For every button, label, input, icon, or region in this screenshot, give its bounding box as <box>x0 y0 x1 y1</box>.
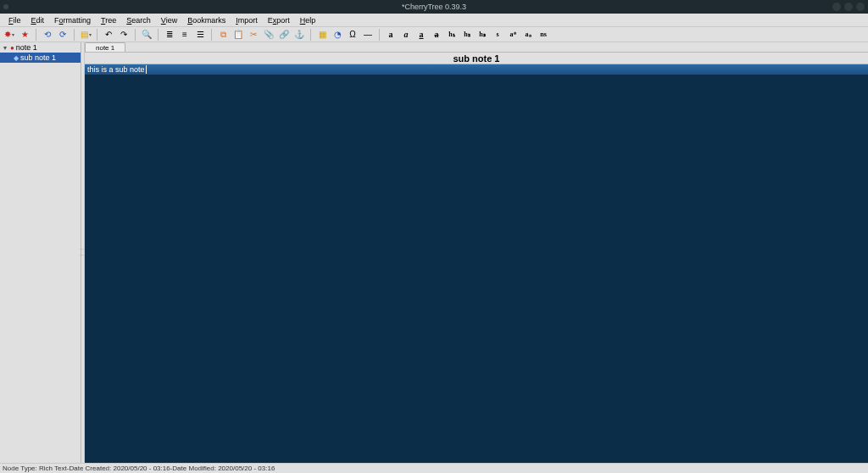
close-button[interactable] <box>856 3 865 11</box>
toolbar-separator <box>135 29 136 41</box>
tab-label: note 1 <box>96 44 114 52</box>
timestamp-button[interactable]: ◔ <box>331 29 343 41</box>
tree-node-label: sub note 1 <box>20 53 56 62</box>
monospace-button[interactable]: ns <box>537 29 549 41</box>
special-char-button[interactable]: Ω <box>347 29 359 41</box>
minimize-button[interactable] <box>832 3 841 11</box>
hr-button[interactable]: ― <box>362 29 374 41</box>
list-bulleted-button[interactable]: ≣ <box>164 29 175 41</box>
menu-tree[interactable]: Tree <box>96 15 121 25</box>
superscript-button[interactable]: aᵃ <box>507 29 519 41</box>
menu-help[interactable]: Help <box>295 15 321 25</box>
back-button[interactable]: ⟲ <box>42 29 53 41</box>
status-modified-label: Date Modified: <box>172 465 216 472</box>
toolbar-separator <box>379 29 380 41</box>
save-button[interactable]: ▤ <box>80 29 92 41</box>
link-button[interactable]: 🔗 <box>278 29 290 41</box>
h3-button[interactable]: h₃ <box>476 29 488 41</box>
toolbar-separator <box>211 29 212 41</box>
list-numbered-button[interactable]: ≡ <box>179 29 191 41</box>
subscript-button[interactable]: aₐ <box>522 29 534 41</box>
anchor-button[interactable]: ⚓ <box>293 29 305 41</box>
node-icon: ◆ <box>14 54 19 62</box>
forward-button[interactable]: ⟳ <box>57 29 69 41</box>
maximize-button[interactable] <box>844 3 853 11</box>
workspace: ▼ ● note 1 ◆ sub note 1 ⋮⋮ note 1 sub no… <box>0 42 868 463</box>
search-icon[interactable]: 🔍 <box>141 29 153 41</box>
status-nodetype: Rich Text <box>39 465 67 472</box>
node-icon: ● <box>10 44 14 52</box>
tab-note1[interactable]: note 1 <box>85 42 125 52</box>
menu-import[interactable]: Import <box>231 15 263 25</box>
menu-edit[interactable]: Edit <box>26 15 50 25</box>
toolbar-separator <box>74 29 75 41</box>
new-node-button[interactable]: ✸ <box>3 29 15 41</box>
window-titlebar: *CherryTree 0.39.3 <box>0 0 868 14</box>
menu-file[interactable]: File <box>3 15 26 25</box>
underline-button[interactable]: a <box>415 29 427 41</box>
tree-twisty-icon[interactable]: ▼ <box>2 45 8 51</box>
list-todo-button[interactable]: ☰ <box>194 29 206 41</box>
toolbar: ✸ ★ ⟲ ⟳ ▤ ↶ ↷ 🔍 ≣ ≡ ☰ ⧉ 📋 ✂ 📎 🔗 ⚓ ▦ ◔ Ω … <box>0 27 868 42</box>
status-modified: 2020/05/20 - 03:16 <box>218 465 275 472</box>
menu-search[interactable]: Search <box>121 15 156 25</box>
app-icon <box>3 4 8 9</box>
editor-text: this is a sub note <box>87 65 145 74</box>
status-created-label: Date Created: <box>69 465 111 472</box>
toc-button[interactable]: ▦ <box>316 29 328 41</box>
menu-bookmarks[interactable]: Bookmarks <box>182 15 231 25</box>
status-nodetype-label: Node Type: <box>3 465 37 472</box>
attach-button[interactable]: 📎 <box>263 29 275 41</box>
small-button[interactable]: s <box>492 29 504 41</box>
tree-node-note1[interactable]: ▼ ● note 1 <box>0 42 81 53</box>
tree-sidebar: ▼ ● note 1 ◆ sub note 1 <box>0 42 81 463</box>
editor-current-line: this is a sub note <box>85 64 868 75</box>
undo-button[interactable]: ↶ <box>103 29 114 41</box>
text-caret <box>146 65 147 74</box>
copy-button[interactable]: ⧉ <box>217 29 229 41</box>
cut-button[interactable]: ✂ <box>248 29 259 41</box>
window-title: *CherryTree 0.39.3 <box>0 3 868 11</box>
statusbar: Node Type: Rich Text - Date Created: 202… <box>0 463 868 473</box>
node-title-header: sub note 1 <box>85 53 868 64</box>
star-button[interactable]: ★ <box>19 29 31 41</box>
node-title-text: sub note 1 <box>453 53 499 64</box>
menu-view[interactable]: View <box>156 15 182 25</box>
h1-button[interactable]: h₁ <box>446 29 458 41</box>
bold-button[interactable]: a <box>385 29 397 41</box>
toolbar-separator <box>310 29 311 41</box>
status-created: 2020/05/20 - 03:16 <box>114 465 170 472</box>
menu-formatting[interactable]: Formatting <box>49 15 96 25</box>
redo-button[interactable]: ↷ <box>118 29 130 41</box>
toolbar-separator <box>36 29 36 41</box>
toolbar-separator <box>97 29 97 41</box>
strikethrough-button[interactable]: a <box>431 29 442 41</box>
main-panel: note 1 sub note 1 this is a sub note <box>85 42 868 463</box>
tree-node-label: note 1 <box>16 43 37 52</box>
paste-button[interactable]: 📋 <box>232 29 244 41</box>
toolbar-separator <box>158 29 159 41</box>
h2-button[interactable]: h₂ <box>461 29 473 41</box>
menubar: File Edit Formatting Tree Search View Bo… <box>0 14 868 27</box>
italic-button[interactable]: a <box>400 29 412 41</box>
tabstrip: note 1 <box>85 42 868 53</box>
tree-node-subnote1[interactable]: ◆ sub note 1 <box>0 53 81 63</box>
rich-text-editor[interactable]: this is a sub note <box>85 64 868 463</box>
menu-export[interactable]: Export <box>263 15 295 25</box>
